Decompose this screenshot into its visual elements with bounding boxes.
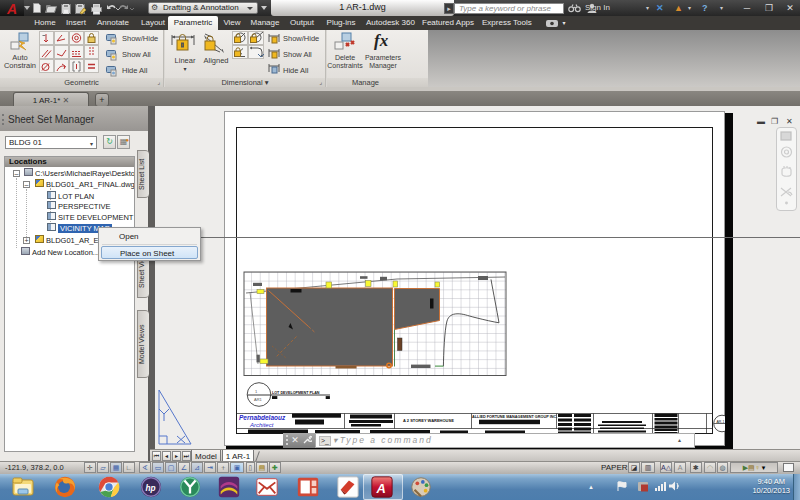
svg-text:A 2 STOREY WAREHOUSE: A 2 STOREY WAREHOUSE <box>403 418 454 423</box>
svg-text:Architect: Architect <box>249 422 274 428</box>
svg-text:AR-1: AR-1 <box>717 420 725 424</box>
svg-text:AR1: AR1 <box>254 397 263 402</box>
svg-text:LOT DEVELOPMENT PLAN: LOT DEVELOPMENT PLAN <box>272 391 320 395</box>
svg-text:Pernabdelaouz: Pernabdelaouz <box>239 414 286 421</box>
svg-text:hp: hp <box>145 483 155 493</box>
svg-text:A: A <box>375 481 385 496</box>
svg-text:ALLIED FORTUNE MANAGEMENT GROU: ALLIED FORTUNE MANAGEMENT GROUP INC. <box>472 415 557 419</box>
svg-text:1: 1 <box>255 389 258 394</box>
